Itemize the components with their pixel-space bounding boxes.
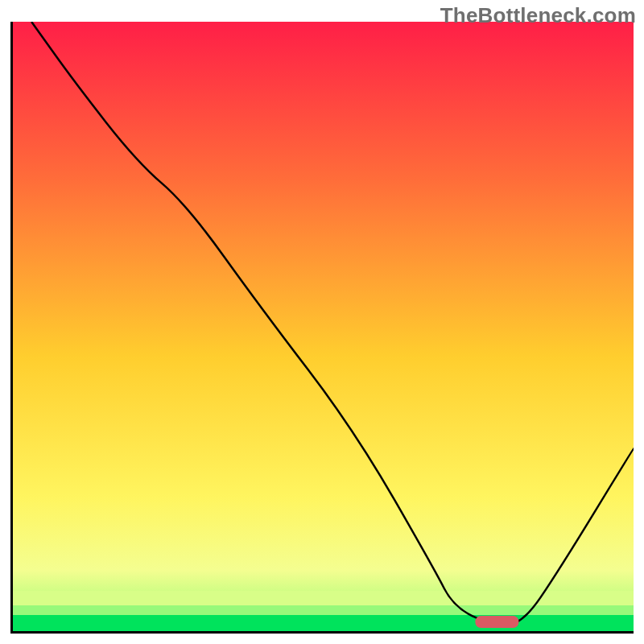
optimum-marker bbox=[475, 616, 518, 628]
band-green bbox=[13, 615, 634, 631]
chart-svg bbox=[13, 22, 634, 631]
watermark-text: TheBottleneck.com bbox=[440, 3, 636, 28]
gradient-background bbox=[13, 22, 634, 631]
chart-frame: TheBottleneck.com bbox=[0, 0, 644, 644]
band-lightgreen bbox=[13, 605, 634, 615]
plot-area bbox=[10, 22, 634, 634]
